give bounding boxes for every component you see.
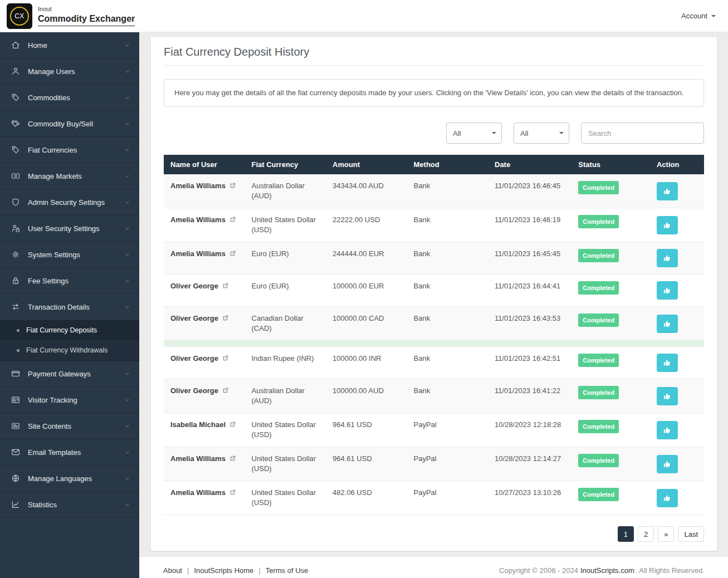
sidebar-subitem-fiat-currency-deposits[interactable]: Fiat Currency Deposits <box>0 320 139 340</box>
name-cell: Oliver George <box>164 275 245 307</box>
sidebar-item-email-templates[interactable]: Email Templates <box>0 439 139 466</box>
sidebar-item-label: Email Templates <box>28 448 124 457</box>
sidebar-item-fiat-currencies[interactable]: Fiat Currencies <box>0 137 139 163</box>
view-details-button[interactable] <box>657 421 678 439</box>
sidebar-item-manage-languages[interactable]: Manage Languages <box>0 466 139 492</box>
date-cell: 10/27/2023 13:10:26 <box>488 481 571 515</box>
copyright-brand-link[interactable]: InoutScripts.com <box>580 566 634 575</box>
thumbs-up-icon <box>663 426 671 434</box>
sidebar-subitem-fiat-currency-withdrawals[interactable]: Fiat Currency Withdrawals <box>0 340 139 360</box>
table-row: Oliver GeorgeIndian Rupee (INR)100000.00… <box>164 347 704 379</box>
chevron-down-icon <box>124 476 130 482</box>
brand-wordmark: Inout Commodity Exchanger <box>38 6 135 26</box>
thumbs-up-icon <box>663 221 671 229</box>
action-cell <box>650 379 704 413</box>
external-link-icon[interactable] <box>229 420 236 430</box>
footer-link-separator: | <box>258 566 260 575</box>
sidebar-item-statistics[interactable]: Statistics <box>0 492 139 518</box>
date-cell: 11/01/2023 16:45:45 <box>488 242 571 275</box>
sidebar-item-site-contents[interactable]: Site Contents <box>0 413 139 439</box>
sidebar-item-label: Manage Languages <box>28 474 124 483</box>
pagination-page-last[interactable]: Last <box>678 526 704 542</box>
filter-select-status[interactable]: All <box>514 123 569 144</box>
external-link-icon[interactable] <box>222 386 229 396</box>
sidebar-item-home[interactable]: Home <box>0 32 139 58</box>
sidebar-item-payment-gateways[interactable]: Payment Gateways <box>0 361 139 387</box>
sidebar-item-label: Fee Settings <box>28 277 124 285</box>
sidebar-item-manage-markets[interactable]: Manage Markets <box>0 163 139 189</box>
envelope-icon <box>11 448 20 457</box>
account-menu[interactable]: Account <box>681 12 716 20</box>
status-badge: Completed <box>578 314 619 327</box>
user-name: Isabella Michael <box>170 420 226 429</box>
shield-icon <box>11 198 20 207</box>
sidebar-item-transaction-details[interactable]: Transaction Details <box>0 294 139 320</box>
external-link-icon[interactable] <box>229 215 236 225</box>
date-cell: 11/01/2023 16:42:51 <box>488 347 571 379</box>
pagination-next[interactable]: » <box>658 526 674 542</box>
status-badge: Completed <box>578 386 619 399</box>
app-header: CX Inout Commodity Exchanger Account <box>0 0 728 32</box>
external-link-icon[interactable] <box>222 354 229 364</box>
external-link-icon[interactable] <box>229 488 236 498</box>
sidebar-item-visitor-tracking[interactable]: Visitor Tracking <box>0 387 139 413</box>
external-link-icon[interactable] <box>229 249 236 259</box>
view-details-button[interactable] <box>657 387 678 405</box>
method-cell: Bank <box>407 275 488 307</box>
amount-cell: 482.06 USD <box>326 481 407 515</box>
name-cell: Amelia Williams <box>164 208 245 242</box>
action-cell <box>650 347 704 379</box>
chevron-down-icon <box>124 199 130 205</box>
view-details-button[interactable] <box>657 455 678 473</box>
column-header-action: Action <box>650 155 704 174</box>
footer-link-about[interactable]: About <box>163 566 182 575</box>
sidebar-item-fee-settings[interactable]: Fee Settings <box>0 268 139 294</box>
action-cell <box>650 275 704 307</box>
sidebar-item-manage-users[interactable]: Manage Users <box>0 58 139 85</box>
pagination-page-1[interactable]: 1 <box>618 526 634 542</box>
filter-select-method[interactable]: All <box>446 123 502 144</box>
filters-bar: All All <box>164 123 704 144</box>
chevron-down-icon <box>124 397 130 403</box>
thumbs-up-icon <box>663 392 671 400</box>
newspaper-icon <box>11 422 20 430</box>
tags-icon <box>11 119 20 128</box>
view-details-button[interactable] <box>657 249 678 267</box>
status-badge: Completed <box>578 488 619 501</box>
sidebar-item-commodity-buy-sell[interactable]: Commodity Buy/Sell <box>0 111 139 137</box>
column-header-amount: Amount <box>326 155 407 174</box>
footer-link-inoutscripts-home[interactable]: InoutScripts Home <box>194 566 253 575</box>
sidebar-subitem-label: Fiat Currency Deposits <box>26 326 97 334</box>
view-details-button[interactable] <box>657 354 678 372</box>
view-details-button[interactable] <box>657 489 678 507</box>
sidebar-item-admin-security-settings[interactable]: Admin Security Settings <box>0 189 139 215</box>
view-details-button[interactable] <box>657 281 678 300</box>
name-cell: Oliver George <box>164 347 245 379</box>
search-input[interactable] <box>581 123 704 144</box>
sidebar-item-commodities[interactable]: Commodities <box>0 85 139 111</box>
sidebar-item-system-settings[interactable]: System Settings <box>0 242 139 268</box>
tag-icon <box>11 145 20 154</box>
chevron-down-icon <box>124 423 130 429</box>
view-details-button[interactable] <box>657 182 678 200</box>
view-details-button[interactable] <box>657 216 678 234</box>
language-icon <box>11 474 20 483</box>
action-cell <box>650 208 704 242</box>
amount-cell: 964.61 USD <box>326 413 407 447</box>
external-link-icon[interactable] <box>222 314 229 324</box>
name-cell: Isabella Michael <box>164 413 245 447</box>
method-cell: Bank <box>407 174 488 208</box>
method-cell: PayPal <box>407 481 488 515</box>
footer-link-terms-of-use[interactable]: Terms of Use <box>266 566 309 575</box>
pagination-page-2[interactable]: 2 <box>638 526 654 542</box>
view-details-button[interactable] <box>657 315 678 333</box>
sidebar-item-user-security-settings[interactable]: User Security Settings <box>0 215 139 242</box>
thumbs-up-icon <box>663 359 671 367</box>
external-link-icon[interactable] <box>229 454 236 464</box>
status-cell: Completed <box>571 347 650 379</box>
table-row: Amelia WilliamsAustralian Dollar (AUD)34… <box>164 174 704 208</box>
bullet-icon <box>17 349 19 352</box>
action-cell <box>650 481 704 515</box>
external-link-icon[interactable] <box>229 181 236 191</box>
external-link-icon[interactable] <box>222 281 229 291</box>
